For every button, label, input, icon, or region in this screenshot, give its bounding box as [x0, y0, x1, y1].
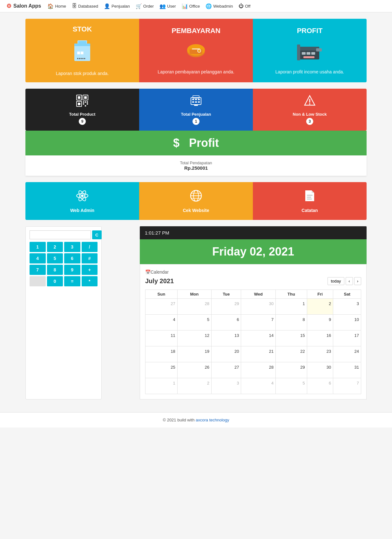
nav-office[interactable]: 📊 Office	[182, 3, 200, 9]
calendar-day-cell[interactable]: 13	[211, 331, 241, 346]
calc-btn-7[interactable]: 7	[30, 265, 46, 275]
calendar-day-cell[interactable]: 10	[333, 315, 361, 331]
calc-btn-mul[interactable]: *	[82, 276, 98, 286]
calendar-day-cell[interactable]: 1	[145, 378, 178, 394]
nav-order[interactable]: 🛒 Order	[136, 3, 154, 9]
nav-penjualan[interactable]: 👤 Penjualan	[104, 3, 130, 9]
calendar-day-cell[interactable]: 27	[211, 362, 241, 378]
calc-btn-eq[interactable]: =	[64, 276, 80, 286]
calc-btn-div[interactable]: /	[82, 242, 98, 252]
calendar-week-row: 11121314151617	[145, 331, 361, 346]
nav-off[interactable]: ⏻ Off	[239, 3, 250, 9]
calc-btn-hash[interactable]: #	[82, 253, 98, 263]
calendar-day-cell[interactable]: 2	[177, 378, 211, 394]
calendar-day-cell[interactable]: 8	[276, 315, 307, 331]
calendar-day-cell[interactable]: 28	[177, 299, 211, 315]
calendar-day-cell[interactable]: 24	[333, 346, 361, 362]
calendar-day-cell[interactable]: 11	[145, 331, 178, 346]
calendar-day-cell[interactable]: 30	[307, 362, 333, 378]
off-icon: ⏻	[239, 3, 244, 9]
clock-bar: 1:01:27 PM	[140, 226, 367, 239]
non-low-stock-card[interactable]: Non & Low Stock 3	[253, 89, 367, 131]
calendar-day-cell[interactable]: 18	[145, 346, 178, 362]
cal-day-header: Sun	[145, 290, 178, 299]
nav-webadmin[interactable]: 🌐 Webadmin	[206, 3, 233, 9]
home-icon: 🏠	[47, 3, 54, 9]
profit-title: PROFIT	[297, 27, 323, 35]
calendar-day-cell[interactable]: 25	[145, 362, 178, 378]
next-month-button[interactable]: ›	[354, 277, 361, 285]
svg-point-43	[309, 103, 310, 105]
nav-databased[interactable]: 🗄 Databased	[72, 3, 98, 9]
today-button[interactable]: today	[328, 277, 345, 285]
calendar-day-cell[interactable]: 5	[276, 378, 307, 394]
calendar-day-cell[interactable]: 6	[211, 315, 241, 331]
nav-user[interactable]: 👥 User	[159, 3, 176, 9]
calendar-day-cell[interactable]: 29	[211, 299, 241, 315]
calendar-day-cell[interactable]: 6	[307, 378, 333, 394]
calc-btn-5[interactable]: 5	[47, 253, 63, 263]
svg-point-11	[198, 49, 201, 52]
total-penjualan-label: Total Penjualan	[181, 112, 211, 117]
calendar-day-cell[interactable]: 27	[145, 299, 178, 315]
calendar-day-cell[interactable]: 14	[241, 331, 276, 346]
calendar-day-cell[interactable]: 7	[241, 315, 276, 331]
calendar-day-cell[interactable]: 22	[276, 346, 307, 362]
profit-label: Profit	[189, 136, 219, 149]
calendar-day-cell[interactable]: 5	[177, 315, 211, 331]
calc-btn-0[interactable]: 0	[47, 276, 63, 286]
calendar-day-cell[interactable]: 9	[307, 315, 333, 331]
svg-rect-21	[78, 96, 80, 99]
stok-card[interactable]: STOK ■■ ●●●●● Laporan stok produk anda.	[25, 19, 139, 82]
calendar-day-cell[interactable]: 19	[177, 346, 211, 362]
web-admin-card[interactable]: Web Admin	[25, 182, 139, 220]
total-penjualan-card[interactable]: Total Penjualan 1	[139, 89, 253, 131]
calendar-day-cell[interactable]: 15	[276, 331, 307, 346]
svg-rect-32	[191, 98, 201, 105]
calendar-day-cell[interactable]: 1	[276, 299, 307, 315]
calendar-day-cell[interactable]: 3	[333, 299, 361, 315]
calc-btn-4[interactable]: 4	[30, 253, 46, 263]
calendar-day-cell[interactable]: 28	[241, 362, 276, 378]
nav-user-label: User	[167, 4, 176, 9]
calendar-day-cell[interactable]: 12	[177, 331, 211, 346]
footer-link[interactable]: axcora technology	[196, 418, 229, 422]
calc-btn-1[interactable]: 1	[30, 242, 46, 252]
calendar-day-cell[interactable]: 7	[333, 378, 361, 394]
cek-website-card[interactable]: Cek Website	[139, 182, 253, 220]
prev-month-button[interactable]: ‹	[346, 277, 353, 285]
profit-top-card[interactable]: PROFIT Laporan profit income usaha anda.	[253, 19, 367, 82]
calendar-day-cell[interactable]: 23	[307, 346, 333, 362]
svg-rect-16	[311, 52, 315, 55]
calendar-day-cell[interactable]: 21	[241, 346, 276, 362]
total-product-card[interactable]: Total Product 9	[25, 89, 139, 131]
calc-btn-empty[interactable]	[30, 276, 46, 286]
calc-btn-3[interactable]: 3	[64, 242, 80, 252]
calendar-day-cell[interactable]: 3	[211, 378, 241, 394]
calc-btn-6[interactable]: 6	[64, 253, 80, 263]
calendar-day-cell[interactable]: 4	[145, 315, 178, 331]
calendar-day-cell[interactable]: 4	[241, 378, 276, 394]
calendar-day-cell[interactable]: 31	[333, 362, 361, 378]
calc-screen[interactable]	[30, 230, 91, 239]
footer: © 2021 build with axcora technology	[0, 412, 392, 427]
calc-btn-2[interactable]: 2	[47, 242, 63, 252]
calendar-week-row: 1234567	[145, 378, 361, 394]
calendar-day-cell[interactable]: 16	[307, 331, 333, 346]
calc-btn-plus[interactable]: +	[82, 265, 98, 275]
calendar-day-cell[interactable]: 20	[211, 346, 241, 362]
profit-banner: $ Profit	[25, 131, 367, 155]
calendar-day-cell[interactable]: 29	[276, 362, 307, 378]
calendar-day-cell[interactable]: 30	[241, 299, 276, 315]
calc-btn-8[interactable]: 8	[47, 265, 63, 275]
calc-clear-button[interactable]: C	[92, 230, 102, 239]
calendar-header: July 2021 today ‹ ›	[145, 277, 361, 285]
calendar-day-cell[interactable]: 26	[177, 362, 211, 378]
catatan-card[interactable]: Catatan	[253, 182, 367, 220]
svg-rect-35	[198, 99, 200, 100]
nav-home[interactable]: 🏠 Home	[47, 3, 66, 9]
calendar-day-cell[interactable]: 2	[307, 299, 333, 315]
pembayaran-card[interactable]: PEMBAYARAN Laporan pembayaran pelanggan …	[139, 19, 253, 82]
calc-btn-9[interactable]: 9	[64, 265, 80, 275]
calendar-day-cell[interactable]: 17	[333, 331, 361, 346]
